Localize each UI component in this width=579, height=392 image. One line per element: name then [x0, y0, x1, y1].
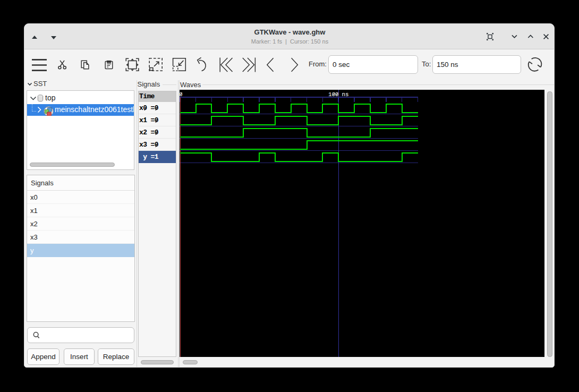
svg-text:100 ns: 100 ns: [328, 91, 348, 98]
